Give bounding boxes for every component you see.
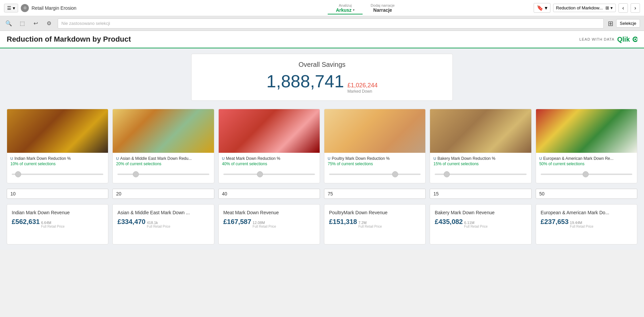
selekcje-button[interactable]: Selekcje [616, 19, 640, 28]
revenue-value-bakery-rev: £435,082 6.11M Full Retail Price [435, 218, 526, 228]
selection-tool-icon[interactable]: ⬚ [17, 19, 27, 28]
savings-number: 1,888,741 [266, 71, 344, 91]
value-input-asian[interactable] [112, 189, 214, 199]
slider-container-asian[interactable] [116, 169, 210, 180]
savings-marked-label: Marked Down [347, 89, 372, 94]
slider-container-european[interactable] [539, 169, 634, 180]
revenue-super-label-bakery-rev: Full Retail Price [464, 225, 488, 228]
revenue-value-indian-rev: £562,631 6.64M Full Retail Price [12, 218, 103, 228]
value-inputs [7, 189, 637, 199]
product-selections-bakery: 15% of current selections [433, 162, 528, 166]
product-info-bakery: U Bakery Mark Down Reduction % 15% of cu… [430, 153, 531, 183]
revenue-value-asian-rev: £334,470 418.1k Full Retail Price [117, 218, 209, 228]
main-area: Overall Savings 1,888,741 £1,026,244 Mar… [0, 48, 644, 250]
slider-track-meat[interactable] [223, 174, 315, 175]
slider-track-european[interactable] [541, 174, 632, 175]
product-card-asian: U Asian & Middle East Mark Down Redu... … [112, 109, 214, 183]
product-image-indian [7, 109, 108, 153]
product-info-poultry: U Poultry Mark Down Reduction % 75% of c… [324, 153, 425, 183]
product-selections-asian: 20% of current selections [116, 162, 210, 166]
narrate-tab-sub: Dodaj narracje [371, 3, 395, 7]
slider-container-meat[interactable] [222, 169, 316, 180]
slider-thumb-poultry[interactable] [392, 171, 398, 177]
product-card-indian: U Indian Mark Down Reduction % 10% of cu… [7, 109, 108, 183]
app-title: Retail Margin Erosion [32, 5, 197, 11]
app-icon-glyph: ⊙ [23, 6, 26, 10]
sheet-name-label: Reduction of Markdow... [556, 5, 603, 10]
revenue-card-meat-rev: Meat Mark Down Revenue £167,587 12.08M F… [218, 204, 320, 244]
analyze-chevron-icon: ▾ [353, 8, 355, 12]
nav-center-tabs: Analizuj Arkusz ▾ Dodaj narracje Narracj… [200, 2, 531, 14]
slider-thumb-indian[interactable] [15, 171, 21, 177]
slider-track-asian[interactable] [117, 174, 209, 175]
product-label-text-poultry: Poultry Mark Down Reduction % [332, 156, 390, 161]
sheet-view-icon: ⊞ [605, 5, 609, 10]
product-label-u-meat: U [222, 156, 225, 161]
analyze-tab-main: Arkusz [336, 7, 352, 13]
value-input-indian[interactable] [7, 189, 108, 199]
product-label-meat: U Meat Mark Down Reduction % [222, 156, 316, 161]
value-input-meat[interactable] [218, 189, 320, 199]
revenue-super-label-asian-rev: Full Retail Price [147, 225, 170, 228]
prev-arrow-icon: ‹ [622, 5, 624, 11]
analyze-tab[interactable]: Analizuj Arkusz ▾ [328, 2, 363, 14]
product-card-european: U European & American Mark Down Re... 50… [536, 109, 637, 183]
revenue-super-val-asian-rev: 418.1k [147, 221, 158, 225]
bookmark-button[interactable]: 🔖 ▾ [534, 3, 550, 13]
product-label-u-european: U [539, 156, 542, 161]
grid-view-icon[interactable]: ⊞ [608, 19, 613, 28]
product-label-text-bakery: Bakery Mark Down Reduction % [437, 156, 495, 161]
slider-container-indian[interactable] [10, 169, 105, 180]
qlik-logo-svg: Qlik [617, 34, 637, 44]
narrate-tab[interactable]: Dodaj narracje Narracje [363, 2, 403, 14]
toolbar: 🔍 ⬚ ↩ ⚙ Nie zastosowano selekcji ⊞ Selek… [0, 16, 644, 31]
forward-icon[interactable]: ↩ [31, 19, 40, 28]
slider-container-bakery[interactable] [433, 169, 528, 180]
product-img-inner-meat [219, 109, 320, 153]
sheet-dropdown[interactable]: Reduction of Markdow... ⊞ ▾ [553, 4, 616, 12]
product-label-u-poultry: U [328, 156, 330, 161]
revenue-main-poultry-rev: £151,318 [329, 218, 357, 226]
revenue-title-european-rev: European & American Mark Do... [541, 210, 632, 215]
product-image-bakery [430, 109, 531, 153]
value-input-poultry[interactable] [324, 189, 426, 199]
revenue-title-asian-rev: Asian & Middle East Mark Down ... [117, 210, 209, 215]
product-card-meat: U Meat Mark Down Reduction % 40% of curr… [218, 109, 320, 183]
revenue-grid: Indian Mark Down Revenue £562,631 6.64M … [7, 204, 637, 244]
slider-track-bakery[interactable] [435, 174, 526, 175]
product-img-inner-poultry [324, 109, 425, 153]
revenue-card-poultry-rev: PoultryMark Down Revenue £151,318 7.2M F… [324, 204, 426, 244]
slider-thumb-bakery[interactable] [444, 171, 450, 177]
toolbar-right: ⊞ Selekcje [608, 19, 640, 28]
revenue-super-val-meat-rev: 12.08M [253, 221, 265, 225]
value-input-european[interactable] [536, 189, 637, 199]
product-label-poultry: U Poultry Mark Down Reduction % [328, 156, 422, 161]
settings-icon[interactable]: ⚙ [44, 19, 54, 28]
prev-sheet-button[interactable]: ‹ [619, 3, 628, 13]
selection-placeholder: Nie zastosowano selekcji [61, 21, 110, 26]
slider-track-indian[interactable] [12, 174, 103, 175]
slider-track-poultry[interactable] [329, 174, 421, 175]
product-label-text-meat: Meat Mark Down Reduction % [226, 156, 280, 161]
product-info-meat: U Meat Mark Down Reduction % 40% of curr… [219, 153, 320, 183]
revenue-super-european-rev: 19.44M Full Retail Price [570, 221, 593, 228]
slider-thumb-meat[interactable] [257, 171, 263, 177]
slider-thumb-european[interactable] [583, 171, 589, 177]
product-info-european: U European & American Mark Down Re... 50… [536, 153, 637, 183]
hamburger-menu[interactable]: ☰ ▾ [4, 4, 18, 12]
revenue-super-label-meat-rev: Full Retail Price [253, 225, 276, 228]
slider-thumb-asian[interactable] [133, 171, 139, 177]
product-card-poultry: U Poultry Mark Down Reduction % 75% of c… [324, 109, 426, 183]
selekcje-label: Selekcje [620, 21, 636, 26]
savings-title: Overall Savings [205, 61, 439, 69]
value-input-bakery[interactable] [430, 189, 531, 199]
search-tool-icon[interactable]: 🔍 [4, 19, 13, 28]
selection-search[interactable]: Nie zastosowano selekcji [58, 18, 604, 29]
product-grid: U Indian Mark Down Reduction % 10% of cu… [7, 109, 637, 183]
product-selections-indian: 10% of current selections [10, 162, 105, 166]
slider-container-poultry[interactable] [328, 169, 422, 180]
next-sheet-button[interactable]: › [631, 3, 640, 13]
svg-point-3 [635, 39, 636, 40]
revenue-super-meat-rev: 12.08M Full Retail Price [253, 221, 276, 228]
revenue-title-meat-rev: Meat Mark Down Revenue [223, 210, 315, 215]
